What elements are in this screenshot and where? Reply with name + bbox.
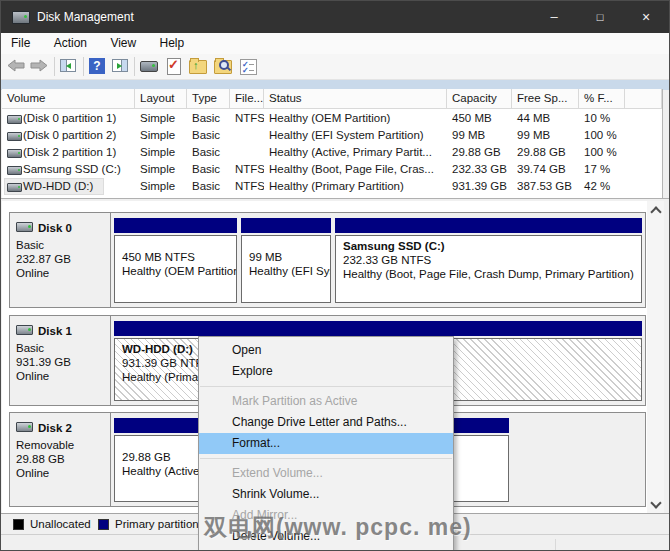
partition-disk0-oem[interactable]: 450 MB NTFS Healthy (OEM Partition) <box>114 218 237 303</box>
legend-unallocated-label: Unallocated <box>30 518 91 530</box>
table-row-selected[interactable]: WD-HDD (D:) Simple Basic NTFS Healthy (P… <box>2 178 662 195</box>
partition-disk0-efi[interactable]: 99 MB Healthy (EFI System Partition) <box>241 218 331 303</box>
disk-icon <box>16 325 33 335</box>
forward-icon[interactable] <box>29 57 49 76</box>
volume-disk-icon <box>7 132 22 141</box>
menu-separator <box>200 458 452 459</box>
disk-0-header[interactable]: Disk 0 Basic 232.87 GB Online <box>10 213 111 307</box>
app-disk-icon <box>12 11 30 24</box>
table-row[interactable]: Samsung SSD (C:) Simple Basic NTFS Healt… <box>2 161 662 178</box>
vertical-scrollbar[interactable] <box>647 201 664 513</box>
unallocated-color-swatch <box>13 519 24 530</box>
column-header-free-space[interactable]: Free Sp... <box>512 89 579 109</box>
menu-file[interactable]: File <box>1 33 40 50</box>
menu-item-shrink-volume[interactable]: Shrink Volume... <box>199 484 453 505</box>
toolbar-separator <box>54 57 55 76</box>
menu-help[interactable]: Help <box>150 33 195 50</box>
window-title: Disk Management <box>37 10 134 24</box>
minimize-button[interactable]: – <box>531 1 577 33</box>
partition-disk0-c-drive[interactable]: Samsung SSD (C:) 232.33 GB NTFS Healthy … <box>335 218 642 303</box>
column-header-blank <box>625 89 662 109</box>
show-action-pane-icon[interactable] <box>111 57 131 76</box>
scroll-down-button[interactable] <box>647 496 664 513</box>
back-icon[interactable] <box>6 57 26 76</box>
watermark-text: 双电网(www. pcpc. me) <box>204 512 472 543</box>
maximize-button[interactable]: □ <box>577 1 623 33</box>
search-folder-icon[interactable] <box>213 57 233 76</box>
toolbar-separator <box>83 57 84 76</box>
menu-item-explore[interactable]: Explore <box>199 361 453 382</box>
primary-partition-color-swatch <box>98 519 109 530</box>
partition-color-bar <box>241 218 331 233</box>
title-bar: Disk Management – □ × <box>1 1 669 33</box>
menu-bar: File Action View Help <box>1 33 669 54</box>
disk-2-header[interactable]: Disk 2 Removable 29.88 GB Online <box>10 413 111 506</box>
show-console-tree-icon[interactable] <box>59 57 79 76</box>
menu-item-change-drive-letter[interactable]: Change Drive Letter and Paths... <box>199 412 453 433</box>
help-icon[interactable]: ? <box>88 57 108 76</box>
column-header-volume[interactable]: Volume <box>2 89 135 109</box>
volume-disk-icon <box>7 115 22 124</box>
column-header-layout[interactable]: Layout <box>135 89 187 109</box>
column-header-type[interactable]: Type <box>187 89 230 109</box>
partition-color-bar <box>114 321 642 336</box>
menu-view[interactable]: View <box>100 33 146 50</box>
menu-action[interactable]: Action <box>44 33 97 50</box>
legend-primary-partition-label: Primary partition <box>115 518 199 530</box>
table-row[interactable]: (Disk 2 partition 1) Simple Basic Health… <box>2 144 662 161</box>
disk-0-row: Disk 0 Basic 232.87 GB Online 450 MB NTF… <box>9 212 646 308</box>
column-header-capacity[interactable]: Capacity <box>447 89 512 109</box>
export-folder-icon[interactable]: ↑ <box>188 57 208 76</box>
task-list-icon[interactable]: ✓✓ <box>238 57 258 76</box>
table-row[interactable]: (Disk 0 partition 1) Simple Basic NTFS H… <box>2 110 662 127</box>
scroll-up-button[interactable] <box>647 201 664 218</box>
column-header-file-system[interactable]: File... <box>230 89 264 109</box>
volume-disk-icon <box>7 166 22 175</box>
close-button[interactable]: × <box>623 1 669 33</box>
disk-device-icon[interactable] <box>139 57 159 76</box>
table-row[interactable]: (Disk 0 partition 2) Simple Basic Health… <box>2 127 662 144</box>
toolbar: ? ✓ ↑ ✓✓ <box>1 54 669 79</box>
toolbar-separator <box>134 57 135 76</box>
volume-disk-icon <box>7 183 22 192</box>
partition-color-bar <box>335 218 642 233</box>
disk-icon <box>16 222 33 232</box>
menu-item-open[interactable]: Open <box>199 340 453 361</box>
menu-item-format[interactable]: Format... <box>199 433 453 454</box>
menu-item-mark-partition-active: Mark Partition as Active <box>199 391 453 412</box>
disk-icon <box>16 422 33 432</box>
menu-item-extend-volume: Extend Volume... <box>199 463 453 484</box>
volume-list: Volume Layout Type File... Status Capaci… <box>2 89 663 198</box>
disk-1-header[interactable]: Disk 1 Basic 931.39 GB Online <box>10 316 111 405</box>
column-header-percent-free[interactable]: % F... <box>579 89 625 109</box>
menu-separator <box>200 386 452 387</box>
disk-management-window: Disk Management – □ × File Action View H… <box>0 0 670 551</box>
partition-color-bar <box>114 218 237 233</box>
column-header-status[interactable]: Status <box>264 89 447 109</box>
volume-disk-icon <box>7 149 22 158</box>
check-document-icon[interactable]: ✓ <box>164 57 184 76</box>
